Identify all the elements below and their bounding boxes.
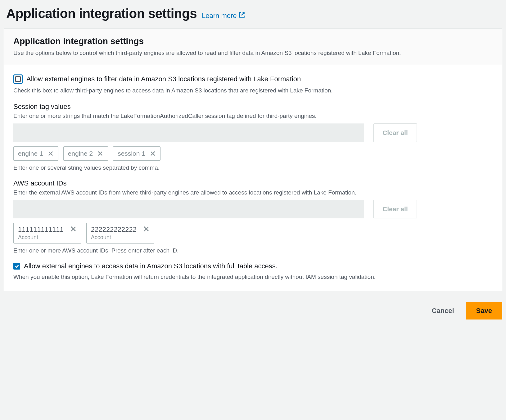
account-ids-desc: Enter the external AWS account IDs from … (13, 189, 493, 197)
card-body: Allow external engines to filter data in… (4, 65, 502, 291)
token-value: engine 2 (68, 150, 93, 157)
card-header: Application integration settings Use the… (4, 29, 502, 65)
allow-filter-desc: Check this box to allow third-party engi… (13, 86, 493, 95)
token-content: 222222222222 Account (91, 226, 137, 241)
page-title: Application integration settings (6, 6, 197, 21)
account-ids-helper: Enter one or more AWS account IDs. Press… (13, 247, 493, 254)
page-header: Application integration settings Learn m… (0, 0, 506, 29)
token-value: session 1 (118, 150, 145, 157)
remove-token-icon[interactable] (97, 150, 103, 157)
allow-filter-label: Allow external engines to filter data in… (26, 75, 301, 83)
session-tag-token: engine 2 (63, 146, 108, 161)
account-ids-input[interactable] (13, 200, 364, 218)
session-tags-helper: Enter one or several string values separ… (13, 164, 493, 171)
checkmark-icon (15, 264, 19, 269)
allow-filter-row: Allow external engines to filter data in… (13, 74, 493, 84)
full-access-label: Allow external engines to access data in… (24, 262, 278, 270)
card-subtitle: Use the options below to control which t… (13, 49, 493, 57)
token-sublabel: Account (18, 234, 64, 241)
session-tags-input-row: Clear all (13, 123, 493, 142)
session-tags-label: Session tag values (13, 103, 493, 111)
session-tags-tokens: engine 1 engine 2 session 1 (13, 146, 493, 161)
account-ids-clear-button[interactable]: Clear all (373, 200, 417, 218)
account-ids-label: AWS account IDs (13, 179, 493, 187)
session-tag-token: engine 1 (13, 146, 58, 161)
external-link-icon (239, 12, 245, 20)
remove-token-icon[interactable] (150, 150, 156, 157)
settings-card: Application integration settings Use the… (4, 29, 502, 291)
full-access-row: Allow external engines to access data in… (13, 262, 493, 270)
full-access-checkbox[interactable] (13, 263, 20, 270)
learn-more-text: Learn more (202, 12, 237, 20)
session-tags-input[interactable] (13, 123, 364, 142)
allow-filter-checkbox[interactable] (13, 74, 23, 84)
account-id-token: 111111111111 Account (13, 223, 81, 244)
account-ids-input-row: Clear all (13, 200, 493, 218)
account-ids-field: AWS account IDs Enter the external AWS a… (13, 179, 493, 254)
session-tags-desc: Enter one or more strings that match the… (13, 112, 493, 120)
remove-token-icon[interactable] (70, 226, 77, 232)
footer-actions: Cancel Save (0, 302, 506, 329)
token-sublabel: Account (91, 234, 137, 241)
learn-more-link[interactable]: Learn more (202, 12, 245, 20)
token-content: 111111111111 Account (18, 226, 64, 241)
account-id-token: 222222222222 Account (86, 223, 154, 244)
token-value: 222222222222 (91, 226, 137, 234)
save-button[interactable]: Save (466, 302, 502, 319)
card-title: Application integration settings (13, 36, 493, 46)
session-tags-clear-button[interactable]: Clear all (373, 123, 417, 142)
checkbox-inner (15, 76, 21, 82)
session-tag-token: session 1 (113, 146, 160, 161)
account-ids-tokens: 111111111111 Account 222222222222 Accoun… (13, 223, 493, 244)
token-value: 111111111111 (18, 226, 64, 234)
remove-token-icon[interactable] (47, 150, 54, 157)
session-tags-field: Session tag values Enter one or more str… (13, 103, 493, 171)
remove-token-icon[interactable] (143, 226, 150, 232)
token-value: engine 1 (18, 150, 43, 157)
cancel-button[interactable]: Cancel (428, 302, 457, 319)
full-access-desc: When you enable this option, Lake Format… (13, 273, 493, 281)
